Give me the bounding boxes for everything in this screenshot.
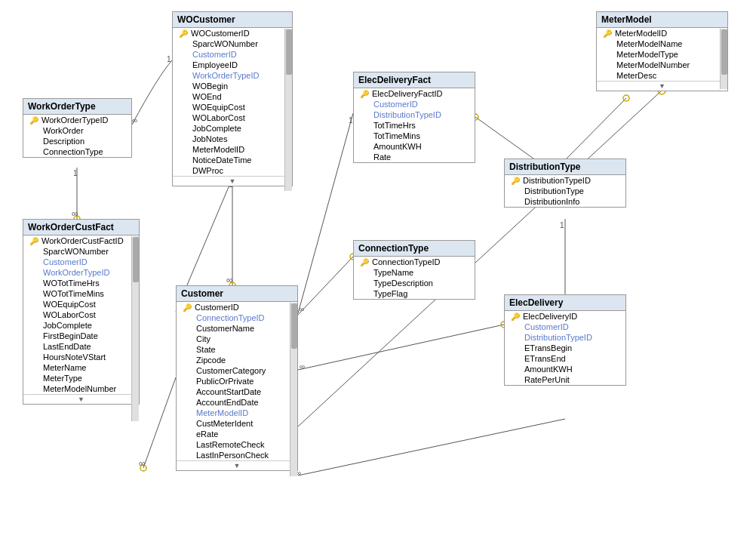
table-header-elecdelivery: ElecDelivery <box>505 295 625 311</box>
table-row: Description <box>23 136 131 146</box>
table-connectiontype: ConnectionType🔑ConnectionTypeIDTypeNameT… <box>353 240 475 300</box>
field-name: CustomerCategory <box>196 366 266 375</box>
table-row: MeterModelID <box>173 144 292 155</box>
field-name: DistributionTypeID <box>524 333 592 342</box>
table-row: ConnectionTypeID <box>177 312 297 323</box>
field-name: WOTotTimeHrs <box>43 279 100 288</box>
table-row: 🔑CustomerID <box>177 302 297 312</box>
table-row: LastRemoteCheck <box>177 439 297 450</box>
table-row: HoursNoteVStart <box>23 352 139 362</box>
scrollbar[interactable] <box>131 236 139 421</box>
table-row: ETransBegin <box>505 343 625 353</box>
field-name: CustomerID <box>192 50 237 59</box>
svg-text:∞: ∞ <box>139 458 146 469</box>
table-row: CustomerID <box>505 322 625 332</box>
table-row: WorkOrder <box>23 125 131 136</box>
field-name: WOBegin <box>192 82 228 91</box>
field-name: WOEquipCost <box>192 103 245 112</box>
scroll-down-indicator: ▼ <box>173 176 292 186</box>
table-header-workordercustfact: WorkOrderCustFact <box>23 220 139 236</box>
field-name: SparcWONumber <box>192 39 258 48</box>
field-name: MeterModelNumber <box>43 384 116 393</box>
field-name: WorkOrderTypeID <box>192 71 259 80</box>
table-row: NoticeDateTime <box>173 155 292 165</box>
table-row: WOEnd <box>173 91 292 102</box>
pk-icon: 🔑 <box>603 29 612 38</box>
table-body-metermodel: 🔑MeterModelIDMeterModelNameMeterModelTyp… <box>597 28 727 81</box>
table-row: MeterDesc <box>597 70 727 81</box>
diagram-canvas: ∞ 1 ∞ ∞ 1 ∞ 1 ∞ ∞ ∞ 1 <box>0 0 756 548</box>
field-name: CustomerID <box>195 303 239 312</box>
table-body-wocustomer: 🔑WOCustomerIDSparcWONumberCustomerIDEmpl… <box>173 28 292 176</box>
field-name: JobComplete <box>43 321 92 330</box>
table-elecdelivery: ElecDelivery🔑ElecDeliveryIDCustomerIDDis… <box>504 294 626 386</box>
field-name: City <box>196 334 211 343</box>
field-name: LastRemoteCheck <box>196 440 265 449</box>
table-row: WOBegin <box>173 81 292 91</box>
field-name: CustomerID <box>373 100 418 109</box>
field-name: ETransEnd <box>524 354 566 363</box>
table-row: ConnectionType <box>23 146 131 157</box>
table-row: DistributionType <box>505 186 625 196</box>
table-row: MeterModelNumber <box>23 383 139 394</box>
table-body-workordercustfact: 🔑WorkOrderCustFactIDSparcWONumberCustome… <box>23 236 139 394</box>
svg-line-35 <box>298 419 565 476</box>
scroll-down-indicator: ▼ <box>23 394 139 404</box>
field-name: ElecDeliveryID <box>523 312 577 321</box>
pk-icon: 🔑 <box>29 116 38 125</box>
field-name: CustomerName <box>196 324 254 333</box>
scrollbar[interactable] <box>720 29 727 89</box>
table-row: CustomerID <box>173 49 292 60</box>
svg-text:∞: ∞ <box>132 116 137 125</box>
field-name: WOLaborCost <box>43 310 96 319</box>
table-row: SparcWONumber <box>23 246 139 257</box>
pk-icon: 🔑 <box>511 177 520 185</box>
table-row: WOEquipCost <box>173 102 292 112</box>
table-row: 🔑ElecDeliveryFactID <box>354 88 475 99</box>
table-row: 🔑WorkOrderCustFactID <box>23 236 139 246</box>
table-row: State <box>177 344 297 355</box>
field-name: DistributionTypeID <box>373 110 441 119</box>
pk-icon: 🔑 <box>511 312 520 321</box>
field-name: EmployeeID <box>192 60 238 69</box>
field-name: ElecDeliveryFactID <box>372 89 443 98</box>
table-header-wocustomer: WOCustomer <box>173 12 292 28</box>
table-row: JobComplete <box>23 320 139 331</box>
field-name: CustomerID <box>524 322 569 331</box>
scroll-down-indicator: ▼ <box>177 460 297 470</box>
table-row: MeterType <box>23 373 139 383</box>
field-name: SparcWONumber <box>43 247 109 256</box>
table-row: MeterModelType <box>597 49 727 60</box>
table-body-connectiontype: 🔑ConnectionTypeIDTypeNameTypeDescription… <box>354 257 475 299</box>
field-name: JobNotes <box>192 134 227 143</box>
table-row: CustomerCategory <box>177 365 297 376</box>
field-name: MeterModelID <box>192 145 244 154</box>
field-name: TypeDescription <box>373 279 433 288</box>
field-name: CustMeterIdent <box>196 419 253 428</box>
field-name: MeterDesc <box>616 71 656 80</box>
pk-icon: 🔑 <box>360 258 369 266</box>
field-name: MeterModelNumber <box>616 60 690 69</box>
pk-icon: 🔑 <box>360 90 369 98</box>
table-row: AmountKWH <box>354 141 475 152</box>
field-name: Zipcode <box>196 356 226 365</box>
field-name: State <box>196 345 216 354</box>
table-row: LastEndDate <box>23 341 139 352</box>
table-row: WorkOrderTypeID <box>23 267 139 278</box>
table-row: 🔑DistributionTypeID <box>505 175 625 186</box>
svg-line-23 <box>565 98 626 160</box>
pk-icon: 🔑 <box>183 303 192 312</box>
field-name: ConnectionTypeID <box>196 313 265 322</box>
scrollbar[interactable] <box>284 29 292 191</box>
field-name: MeterModelType <box>616 50 678 59</box>
table-row: WOTotTimeHrs <box>23 278 139 288</box>
field-name: ConnectionTypeID <box>372 257 441 266</box>
table-body-elecdeliveryfact: 🔑ElecDeliveryFactIDCustomerIDDistributio… <box>354 88 475 162</box>
table-row: JobComplete <box>173 123 292 134</box>
table-row: AccountStartDate <box>177 386 297 397</box>
table-row: 🔑ConnectionTypeID <box>354 257 475 267</box>
scrollbar[interactable] <box>290 303 297 476</box>
table-row: AmountKWH <box>505 364 625 374</box>
table-row: WorkOrderTypeID <box>173 70 292 81</box>
table-row: 🔑WOCustomerID <box>173 28 292 38</box>
